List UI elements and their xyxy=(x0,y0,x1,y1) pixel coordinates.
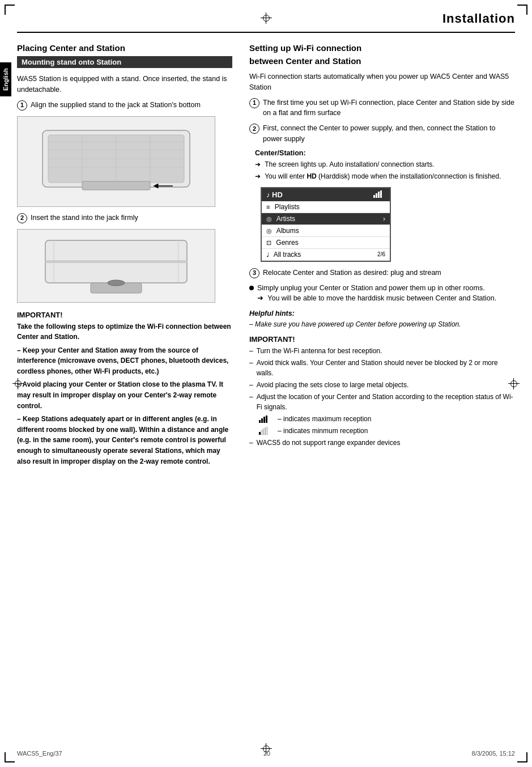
right-step-3-text: Relocate Center and Station as desired: … xyxy=(263,268,515,278)
bullet-text-1: Simply unplug your Center or Station and… xyxy=(257,284,485,292)
svg-rect-9 xyxy=(82,181,150,190)
right-step-3: 3 Relocate Center and Station as desired… xyxy=(249,268,515,278)
right-step-1: 1 The first time you set up Wi-Fi connec… xyxy=(249,98,515,119)
right-intro: Wi-Fi connection starts automatically wh… xyxy=(249,71,515,93)
svg-point-16 xyxy=(108,280,125,286)
important-title-1: IMPORTANT! xyxy=(17,311,232,319)
important-body-2: – Turn the Wi-Fi antenna for best recept… xyxy=(249,346,515,448)
step-1: 1 Align the supplied stand to the jack a… xyxy=(17,100,232,111)
hd-bold: HD xyxy=(307,172,316,180)
left-intro: WAS5 Station is equipped with a stand. O… xyxy=(17,74,232,95)
hint-dash: – xyxy=(249,320,255,328)
step-2: 2 Insert the stand into the jack firmly xyxy=(17,213,232,223)
signal-icon xyxy=(373,190,385,198)
bullet-item-1: Simply unplug your Center or Station and… xyxy=(249,283,515,304)
important-bullet3: – Keep Stations adequately apart or in d… xyxy=(17,414,232,467)
corner-tl xyxy=(5,5,15,15)
screen-row-artists-content: ◎ Artists xyxy=(266,215,295,223)
screen-row-genres: ⊡ Genres xyxy=(262,237,390,249)
right-column: Setting up Wi-Fi connection between Cent… xyxy=(249,43,515,469)
imp2-text-5: – indicates maximum reception xyxy=(278,414,371,424)
hints-title: Helpful hints: xyxy=(249,310,515,317)
right-section-title-1: Setting up Wi-Fi connection xyxy=(249,43,515,53)
min-reception-icon xyxy=(258,427,271,435)
svg-rect-21 xyxy=(259,420,261,423)
center-station-section: Center/Station: ➜ The screen lights up. … xyxy=(255,149,515,181)
mounting-subtitle: Mounting stand onto Station xyxy=(17,56,232,68)
important-section-2: IMPORTANT! – Turn the Wi-Fi antenna for … xyxy=(249,335,515,448)
imp2-item-5: – indicates maximum reception xyxy=(258,414,515,424)
bullet-dot-1 xyxy=(249,286,254,290)
bullet-item-1-content: Simply unplug your Center or Station and… xyxy=(257,283,496,304)
max-reception-icon xyxy=(258,415,271,423)
imp2-item-1: – Turn the Wi-Fi antenna for best recept… xyxy=(249,346,515,356)
imp2-item-7: – WACS5 do not support range expander de… xyxy=(249,438,515,448)
important-bullet2: – Avoid placing your Center or Station c… xyxy=(17,379,232,411)
station-side-svg xyxy=(28,232,204,300)
screen-mockup: ♪ HD ≡ Playlists ◎ Artists xyxy=(261,187,391,262)
svg-rect-23 xyxy=(263,417,265,423)
hint1-text: Make sure you have powered up Center bef… xyxy=(255,320,461,328)
arrow-text-1: ➜ The screen lights up. Auto installatio… xyxy=(255,159,515,169)
svg-rect-20 xyxy=(380,190,382,198)
imp2-text-1: Turn the Wi-Fi antenna for best receptio… xyxy=(257,346,382,356)
imp2-item-6: – indicates minmum reception xyxy=(258,426,515,436)
right-step-2-text: First, connect the Center to power suppl… xyxy=(263,123,515,145)
station-image-2 xyxy=(17,229,215,303)
screen-row-alltracks: ♩ All tracks 2/6 xyxy=(262,249,390,261)
svg-rect-18 xyxy=(376,193,377,198)
svg-rect-25 xyxy=(259,432,261,435)
screen-row-genres-content: ⊡ Genres xyxy=(266,239,299,247)
footer-right: 8/3/2005, 15:12 xyxy=(472,750,515,757)
right-section-header: Setting up Wi-Fi connection between Cent… xyxy=(249,43,515,66)
imp2-text-3: Avoid placing the sets close to large me… xyxy=(257,380,409,390)
screen-row-albums-content: ◎ Albums xyxy=(266,227,299,235)
arrow-text-2-pre: You will enter xyxy=(265,172,307,180)
crosshair-top xyxy=(261,12,272,24)
corner-tr xyxy=(517,5,527,15)
center-station-label: Center/Station: xyxy=(255,149,515,157)
right-step-2: 2 First, connect the Center to power sup… xyxy=(249,123,515,145)
screen-header-signal xyxy=(373,190,385,200)
arrow-text-2: ➜ You will enter HD (Harddisk) mode when… xyxy=(255,171,515,181)
screen-row-albums: ◎ Albums xyxy=(262,225,390,237)
page: English Installation Placing Center and … xyxy=(0,0,532,767)
important-body-1: Take the following steps to optimize the… xyxy=(17,321,232,467)
arrow-icon-1: ➜ xyxy=(255,160,261,168)
crosshair-right xyxy=(508,378,520,389)
imp2-item-3: – Avoid placing the sets close to large … xyxy=(249,380,515,390)
important-title-2: IMPORTANT! xyxy=(249,335,515,344)
screen-row-artists-arrow: › xyxy=(383,215,385,223)
imp2-text-7: WACS5 do not support range expander devi… xyxy=(257,438,401,448)
screen-header: ♪ HD xyxy=(262,188,390,201)
imp2-dash-1: – xyxy=(249,346,253,356)
important-box: IMPORTANT! Take the following steps to o… xyxy=(17,311,232,467)
right-step-1-text: The first time you set up Wi-Fi connecti… xyxy=(263,98,515,119)
important-bullet1: – Keep your Center and Station away from… xyxy=(17,345,232,377)
imp2-dash-3: – xyxy=(249,380,253,390)
imp2-dash-7: – xyxy=(249,438,253,448)
imp2-item-4: – Adjust the location of your Center and… xyxy=(249,392,515,412)
hints-body: – Make sure you have powered up Center b… xyxy=(249,319,515,329)
svg-rect-27 xyxy=(263,429,265,435)
imp2-item-2: – Avoid thick walls. Your Center and Sta… xyxy=(249,358,515,378)
left-section-title: Placing Center and Station xyxy=(17,43,232,53)
svg-rect-24 xyxy=(266,416,267,423)
screen-row-playlists-content: ≡ Playlists xyxy=(266,203,300,211)
screen-row-alltracks-content: ♩ All tracks xyxy=(266,251,301,259)
svg-rect-17 xyxy=(373,195,375,198)
imp2-text-2: Avoid thick walls. Your Center and Stati… xyxy=(257,358,515,378)
page-footer: WACS5_Eng/37 20 8/3/2005, 15:12 xyxy=(17,750,515,757)
svg-rect-28 xyxy=(266,427,267,435)
screen-row-playlists: ≡ Playlists xyxy=(262,201,390,213)
step-1-num: 1 xyxy=(17,100,27,111)
corner-br xyxy=(517,752,527,762)
station-top-svg xyxy=(25,119,207,204)
arrow-text-2-mid: (Harddisk) mode when the installation/co… xyxy=(317,172,501,180)
station-image-1 xyxy=(17,116,215,207)
right-step-3-num: 3 xyxy=(249,268,259,278)
footer-left: WACS5_Eng/37 xyxy=(17,750,62,757)
crosshair-left xyxy=(12,378,24,389)
bullet-arrow-text-1: You will be able to move the harddisk mu… xyxy=(267,294,496,302)
corner-bl xyxy=(5,752,15,762)
